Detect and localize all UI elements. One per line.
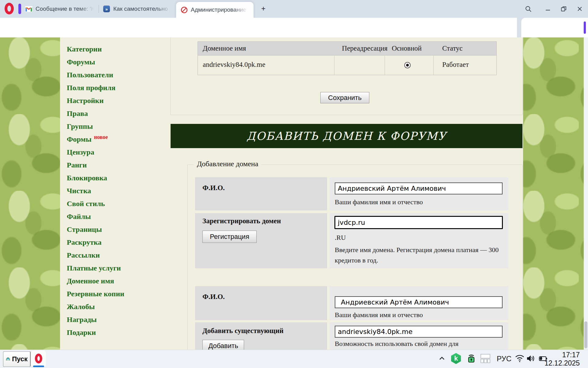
fio-hint: Ваши фамилия имя и отчество xyxy=(335,197,423,207)
fio2-label: Ф.И.О. xyxy=(202,293,225,301)
tray-expand-chevron-icon[interactable] xyxy=(436,353,448,364)
primary-domain-radio[interactable] xyxy=(404,62,411,68)
sidebar-item-blocking[interactable]: Блокировка xyxy=(67,174,107,182)
sidebar-item-domain-name[interactable]: Доменное имя xyxy=(67,277,114,285)
sidebar-item-pages[interactable]: Страницы xyxy=(67,225,102,234)
tab-administration-active[interactable]: Администрирование - Уп xyxy=(176,2,254,18)
start-button[interactable]: Пуск xyxy=(3,351,31,367)
new-tab-button[interactable]: + xyxy=(259,4,268,13)
tab-howto-article[interactable]: » Как самостоятельно доба xyxy=(103,0,172,18)
existing-domain-input[interactable] xyxy=(335,326,503,338)
volume-tray-icon[interactable] xyxy=(525,353,537,364)
fieldset-legend: Добавление домена xyxy=(194,160,261,168)
sidebar-item-users[interactable]: Пользователи xyxy=(67,71,113,79)
add-button[interactable]: Добавить xyxy=(202,340,244,350)
address-toolbar: andrievskiy84.0pk.me/admin_domain.php xyxy=(0,18,517,37)
col-domain-name: Доменное имя xyxy=(203,44,246,52)
start-label: Пуск xyxy=(12,355,28,363)
sidebar-item-profile-fields[interactable]: Поля профиля xyxy=(67,84,115,92)
gmail-icon xyxy=(25,5,32,13)
clock-time: 17:17 xyxy=(545,351,580,359)
domain-cell: andrievskiy84.0pk.me xyxy=(203,61,265,69)
sidebar-item-complaints[interactable]: Жалобы xyxy=(67,303,95,311)
register-button[interactable]: Регистрация xyxy=(202,231,257,243)
sidebar-item-ranks[interactable]: Ранги xyxy=(67,161,87,169)
extensions-panel: UO xyxy=(521,18,588,37)
register-hint: Введите имя домена. Регистрация домена п… xyxy=(335,245,506,266)
sidebar-item-files[interactable]: Файлы xyxy=(67,213,91,221)
sidebar-item-custom-style[interactable]: Свой стиль xyxy=(67,200,105,208)
add-domain-banner: ДОБАВИТЬ ДОМЕН К ФОРУМУ xyxy=(171,124,522,148)
existing-domain-hint: Возможность использовать свой домен для xyxy=(335,339,506,349)
fio2-input[interactable] xyxy=(335,296,503,308)
scrollbar-thumb[interactable] xyxy=(584,321,587,348)
wifi-tray-icon[interactable] xyxy=(514,353,526,364)
kaspersky-tray-icon[interactable]: k xyxy=(450,353,462,364)
tab-divider xyxy=(99,5,99,13)
save-button[interactable]: Сохранить xyxy=(320,92,369,103)
tab-gmail-message[interactable]: Сообщение в теме: 'Как с xyxy=(25,0,96,18)
col-primary: Основной xyxy=(392,44,422,52)
fio2-hint: Ваши фамилия имя и отчество xyxy=(335,310,423,320)
sidebar-item-cleanup[interactable]: Чистка xyxy=(67,187,91,195)
browser-tab-bar: Сообщение в теме: 'Как с » Как самостоят… xyxy=(0,0,588,18)
fio-label: Ф.И.О. xyxy=(202,184,225,192)
register-domain-label: Зарегистрировать домен xyxy=(202,217,281,225)
window-restore-button[interactable] xyxy=(560,5,568,13)
clock-date: 12.12.2025 xyxy=(545,359,580,367)
sidebar-item-forums[interactable]: Форумы xyxy=(67,58,95,66)
admin-sidebar: Категории Форумы Пользователи Поля профи… xyxy=(67,43,124,339)
fio-input[interactable] xyxy=(335,182,503,194)
shell-icon xyxy=(6,354,10,364)
blocked-sign-icon xyxy=(180,6,188,13)
col-status: Статус xyxy=(442,44,462,52)
forum-icon: » xyxy=(103,5,110,13)
vpn-lock-tray-icon[interactable] xyxy=(466,353,477,364)
taskbar-opera-app[interactable] xyxy=(31,351,46,366)
sidebar-item-forms[interactable]: Формы xyxy=(67,135,92,144)
add-existing-label: Добавить существующий xyxy=(202,327,284,335)
sidebar-item-paid-services[interactable]: Платные услуги xyxy=(67,264,121,272)
sidebar-item-awards[interactable]: Награды xyxy=(67,316,97,324)
keyboard-language[interactable]: РУС xyxy=(497,355,511,363)
pinned-tab-indicator xyxy=(18,4,21,14)
sidebar-toggle-indicator[interactable] xyxy=(584,21,586,34)
sidebar-item-censorship[interactable]: Цензура xyxy=(67,148,94,156)
page-viewport: Категории Форумы Пользователи Поля профи… xyxy=(0,37,588,350)
row1-label-cell xyxy=(195,177,327,210)
page-scrollbar[interactable] xyxy=(584,37,588,350)
window-minimize-button[interactable] xyxy=(544,5,552,13)
opera-menu-icon[interactable] xyxy=(5,3,14,14)
sidebar-item-promotion[interactable]: Раскрутка xyxy=(67,238,101,247)
sidebar-item-categories[interactable]: Категории xyxy=(67,45,102,53)
display-panes-tray-icon[interactable] xyxy=(480,353,491,364)
row3-label-cell xyxy=(195,286,327,320)
tab-title: Администрирование - Уп xyxy=(191,6,249,13)
active-app-indicator xyxy=(33,366,44,367)
sidebar-item-groups[interactable]: Группы xyxy=(67,122,93,131)
register-domain-input[interactable] xyxy=(334,216,503,229)
sidebar-item-rights[interactable]: Права xyxy=(67,109,88,118)
window-close-button[interactable] xyxy=(576,5,584,13)
tab-title: Сообщение в теме: 'Как с xyxy=(36,6,96,12)
new-badge: новое xyxy=(94,134,108,140)
sidebar-item-settings[interactable]: Настройки xyxy=(67,97,104,105)
col-redirect: Переадресация xyxy=(342,44,388,52)
domains-table: Доменное имя Переадресация Основной Стат… xyxy=(198,41,497,75)
status-cell: Работает xyxy=(442,61,469,69)
sidebar-item-backups[interactable]: Резервные копии xyxy=(67,290,124,298)
tab-title: Как самостоятельно доба xyxy=(113,6,172,12)
banner-title: ДОБАВИТЬ ДОМЕН К ФОРУМУ xyxy=(247,130,447,142)
tab-search-icon[interactable] xyxy=(524,5,532,13)
sidebar-item-mailings[interactable]: Рассылки xyxy=(67,251,100,259)
taskbar-clock[interactable]: 17:17 12.12.2025 xyxy=(545,351,580,367)
tld-note: .RU xyxy=(335,232,346,243)
sidebar-item-gifts[interactable]: Подарки xyxy=(67,328,96,337)
